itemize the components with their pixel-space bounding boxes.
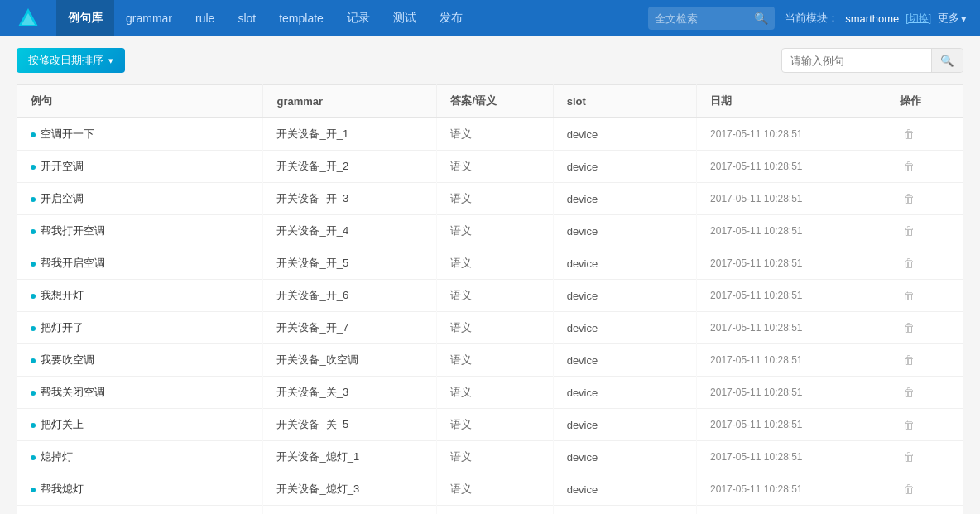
cell-action: 🗑 — [886, 473, 963, 506]
logo — [13, 3, 43, 33]
cell-grammar: 开关设备_开_7 — [263, 312, 437, 344]
cell-action: 🗑 — [886, 151, 963, 183]
cell-grammar: 开关设备_开_2 — [263, 151, 437, 183]
table-header-操作: 操作 — [886, 85, 963, 118]
delete-button[interactable]: 🗑 — [900, 384, 918, 401]
more-button[interactable]: 更多 ▾ — [938, 11, 967, 26]
table-row: 帮我关闭空调开关设备_关_3语义device2017-05-11 10:28:5… — [17, 377, 963, 409]
cell-grammar: 开关设备_开_4 — [263, 215, 437, 247]
cell-action: 🗑 — [886, 506, 963, 515]
cell-action: 🗑 — [886, 312, 963, 344]
cell-example: 帮我把灯熄灭了 — [17, 506, 263, 515]
delete-button[interactable]: 🗑 — [900, 449, 918, 465]
cell-example: 熄掉灯 — [17, 441, 263, 473]
table-row: 帮我把灯熄灭了开关设备_熄灯_5语义device2017-05-11 10:28… — [17, 506, 963, 515]
search-icon: 🔍 — [940, 55, 954, 67]
cell-grammar: 开关设备_熄灯_5 — [263, 506, 437, 515]
table-body: 空调开一下开关设备_开_1语义device2017-05-11 10:28:51… — [17, 118, 963, 514]
cell-action: 🗑 — [886, 215, 963, 247]
cell-example: 把灯开了 — [17, 312, 263, 344]
cell-date: 2017-05-11 10:28:51 — [697, 183, 886, 215]
delete-button[interactable]: 🗑 — [900, 126, 918, 142]
delete-button[interactable]: 🗑 — [900, 255, 918, 271]
cell-answer: 语义 — [437, 151, 553, 183]
cell-action: 🗑 — [886, 377, 963, 409]
cell-date: 2017-05-11 10:28:51 — [697, 280, 886, 312]
cell-slot: device — [553, 441, 696, 473]
cell-grammar: 开关设备_开_3 — [263, 183, 437, 215]
cell-example: 空调开一下 — [17, 118, 263, 151]
table-row: 把灯开了开关设备_开_7语义device2017-05-11 10:28:51🗑 — [17, 312, 963, 344]
table-header-日期: 日期 — [697, 85, 886, 118]
cell-grammar: 开关设备_开_5 — [263, 247, 437, 280]
toolbar: 按修改日期排序 ▾ 🔍 — [0, 36, 980, 84]
cell-date: 2017-05-11 10:28:51 — [697, 151, 886, 183]
delete-button[interactable]: 🗑 — [900, 416, 918, 433]
nav-search[interactable]: 🔍 — [648, 7, 775, 30]
nav-link-template[interactable]: template — [267, 0, 335, 36]
cell-answer: 语义 — [437, 409, 553, 441]
cell-example: 帮我开启空调 — [17, 247, 263, 280]
module-name: smarthome — [845, 12, 899, 25]
cell-slot: device — [553, 247, 696, 280]
table-row: 开启空调开关设备_开_3语义device2017-05-11 10:28:51🗑 — [17, 183, 963, 215]
table-container: 例句grammar答案/语义slot日期操作 空调开一下开关设备_开_1语义de… — [0, 84, 980, 514]
cell-answer: 语义 — [437, 118, 553, 151]
nav-link-grammar[interactable]: grammar — [114, 0, 184, 36]
cell-example: 我想开灯 — [17, 280, 263, 312]
cell-slot: device — [553, 473, 696, 506]
delete-button[interactable]: 🗑 — [900, 287, 918, 304]
cell-slot: device — [553, 215, 696, 247]
table-header-例句: 例句 — [17, 85, 263, 118]
cell-date: 2017-05-11 10:28:51 — [697, 118, 886, 151]
search-icon-nav: 🔍 — [754, 12, 768, 25]
nav-link-记录[interactable]: 记录 — [335, 0, 382, 36]
nav-link-slot[interactable]: slot — [226, 0, 267, 36]
example-search-input[interactable] — [782, 55, 931, 67]
delete-button[interactable]: 🗑 — [900, 158, 918, 175]
cell-example: 帮我关闭空调 — [17, 377, 263, 409]
delete-button[interactable]: 🗑 — [900, 481, 918, 497]
example-search-button[interactable]: 🔍 — [931, 49, 963, 72]
cell-answer: 语义 — [437, 247, 553, 280]
cell-example: 帮我打开空调 — [17, 215, 263, 247]
module-label: 当前模块： — [785, 11, 838, 26]
cell-example: 把灯关上 — [17, 409, 263, 441]
examples-table: 例句grammar答案/语义slot日期操作 空调开一下开关设备_开_1语义de… — [17, 84, 963, 514]
cell-example: 我要吹空调 — [17, 344, 263, 377]
cell-grammar: 开关设备_关_5 — [263, 409, 437, 441]
navbar: 例句库grammarruleslottemplate记录测试发布 🔍 当前模块：… — [0, 0, 980, 36]
nav-link-测试[interactable]: 测试 — [382, 0, 428, 36]
cell-action: 🗑 — [886, 409, 963, 441]
table-header-row: 例句grammar答案/语义slot日期操作 — [17, 85, 963, 118]
cell-slot: device — [553, 118, 696, 151]
cell-date: 2017-05-11 10:28:51 — [697, 441, 886, 473]
cell-slot: device — [553, 280, 696, 312]
cell-example: 帮我熄灯 — [17, 473, 263, 506]
delete-button[interactable]: 🗑 — [900, 223, 918, 239]
cell-date: 2017-05-11 10:28:51 — [697, 215, 886, 247]
cell-grammar: 开关设备_吹空调 — [263, 344, 437, 377]
nav-link-rule[interactable]: rule — [184, 0, 226, 36]
nav-right: 当前模块： smarthome [切换] 更多 ▾ — [785, 11, 967, 26]
delete-button[interactable]: 🗑 — [900, 319, 918, 336]
sort-button[interactable]: 按修改日期排序 ▾ — [17, 48, 125, 73]
cell-answer: 语义 — [437, 441, 553, 473]
delete-button[interactable]: 🗑 — [900, 352, 918, 368]
search-input-nav[interactable] — [655, 12, 754, 25]
table-row: 帮我开启空调开关设备_开_5语义device2017-05-11 10:28:5… — [17, 247, 963, 280]
nav-link-例句库[interactable]: 例句库 — [56, 0, 114, 36]
cell-date: 2017-05-11 10:28:51 — [697, 409, 886, 441]
example-search[interactable]: 🔍 — [781, 48, 963, 73]
nav-links: 例句库grammarruleslottemplate记录测试发布 — [56, 0, 638, 36]
nav-link-发布[interactable]: 发布 — [428, 0, 474, 36]
cell-date: 2017-05-11 10:28:51 — [697, 473, 886, 506]
delete-button[interactable]: 🗑 — [900, 190, 918, 207]
table-row: 空调开一下开关设备_开_1语义device2017-05-11 10:28:51… — [17, 118, 963, 151]
cell-date: 2017-05-11 10:28:51 — [697, 377, 886, 409]
switch-button[interactable]: [切换] — [906, 12, 931, 26]
cell-answer: 语义 — [437, 377, 553, 409]
table-row: 帮我熄灯开关设备_熄灯_3语义device2017-05-11 10:28:51… — [17, 473, 963, 506]
cell-action: 🗑 — [886, 280, 963, 312]
cell-action: 🗑 — [886, 183, 963, 215]
